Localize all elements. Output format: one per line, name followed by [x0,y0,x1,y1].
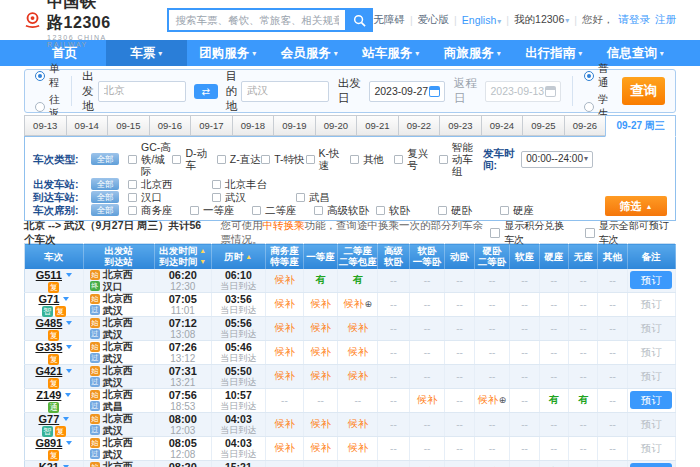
train-row-G335: G335复始北京西过武汉07:2613:1205:46当日到达候补候补候补---… [25,340,676,364]
nav-item-会员服务[interactable]: 会员服务▾ [269,40,351,66]
expand-caret-icon[interactable] [63,297,69,301]
select-all-button[interactable]: 全部 [91,204,119,216]
date-tab-09-24[interactable]: 09-24 [481,115,524,136]
book-button[interactable]: 预订 [630,391,672,409]
train-number-link[interactable]: G485 [35,317,62,329]
display-checkbox-显示积分兑换车次[interactable]: 显示积分兑换车次 [490,219,573,247]
depart-time-select[interactable]: 00:00--24:00▾ [521,151,593,168]
filter-checkbox-软卧[interactable]: 软卧 [376,204,438,216]
header-text: 硬座 [544,251,563,262]
date-tab-09-18[interactable]: 09-18 [232,115,275,136]
filter-checkbox-K-快速[interactable]: K-快速 [306,147,350,171]
top-link-4[interactable]: 我的12306▾ [514,13,569,27]
return-date-input[interactable]: 2023-09-13 [485,81,561,102]
date-tab-09-17[interactable]: 09-17 [190,115,233,136]
nav-item-出行指南[interactable]: 出行指南▾ [513,40,595,66]
filter-collapse-button[interactable]: 筛选 ▲ [605,196,667,216]
select-all-button[interactable]: 全部 [91,178,119,190]
swap-stations-icon[interactable]: ⇄ [194,84,218,99]
book-button[interactable]: 预订 [630,415,672,433]
book-button[interactable]: 预订 [630,295,672,313]
top-link-3[interactable]: English▾ [462,14,501,26]
date-tab-09-15[interactable]: 09-15 [107,115,150,136]
date-tab-selected[interactable]: 09-27 周三 [605,115,676,137]
filter-checkbox-北京西[interactable]: 北京西 [128,178,212,190]
filter-checkbox-汉口[interactable]: 汉口 [128,191,212,203]
date-tab-09-19[interactable]: 09-19 [273,115,316,136]
expand-caret-icon[interactable] [63,417,69,421]
date-tab-09-14[interactable]: 09-14 [66,115,109,136]
filter-checkbox-其他[interactable]: 其他 [350,153,394,165]
register-link[interactable]: 注册 [655,13,676,27]
date-tab-09-20[interactable]: 09-20 [315,115,358,136]
filter-checkbox-硬座[interactable]: 硬座 [500,204,562,216]
filter-checkbox-GC-高铁/城际[interactable]: GC-高铁/城际 [128,141,172,177]
date-tab-09-23[interactable]: 09-23 [439,115,482,136]
expand-caret-icon[interactable] [66,273,72,277]
date-tab-09-22[interactable]: 09-22 [398,115,441,136]
select-all-button[interactable]: 全部 [91,153,119,165]
nav-item-商旅服务[interactable]: 商旅服务▾ [432,40,514,66]
date-tab-09-25[interactable]: 09-25 [522,115,565,136]
filter-checkbox-商务座[interactable]: 商务座 [128,204,190,216]
filter-checkbox-二等座[interactable]: 二等座 [252,204,314,216]
filter-checkbox-复兴号[interactable]: 复兴号 [394,147,438,171]
book-button[interactable]: 预订 [630,343,672,361]
top-link-1[interactable]: 无障碍 [373,13,405,27]
filter-checkbox-高级软卧[interactable]: 高级软卧 [314,204,376,216]
top-link-2[interactable]: 爱心版 [418,13,450,27]
train-number-link[interactable]: K21 [39,461,59,467]
train-number-link[interactable]: G77 [38,413,59,425]
filter-checkbox-一等座[interactable]: 一等座 [190,204,252,216]
book-button[interactable]: 预订 [630,271,672,289]
seat-cell: -- [510,292,539,316]
select-all-button[interactable]: 全部 [91,191,119,203]
train-number-link[interactable]: G421 [35,365,62,377]
expand-caret-icon[interactable] [65,393,71,397]
filter-checkbox-D-动车[interactable]: D-动车 [172,147,216,171]
filter-checkbox-Z-直达[interactable]: Z-直达 [217,153,261,165]
date-tab-09-13[interactable]: 09-13 [24,115,67,136]
nav-item-车票[interactable]: 车票▾ [106,40,188,66]
date-tab-09-16[interactable]: 09-16 [149,115,192,136]
book-button[interactable]: 预订 [630,463,672,467]
nav-item-站车服务[interactable]: 站车服务▾ [350,40,432,66]
expand-caret-icon[interactable] [66,321,72,325]
query-button[interactable]: 查询 [622,77,665,105]
filter-checkbox-智能动车组[interactable]: 智能动车组 [439,141,483,177]
filter-checkbox-武昌[interactable]: 武昌 [296,191,380,203]
expand-caret-icon[interactable] [66,369,72,373]
login-link[interactable]: 请登录 [619,13,651,27]
to-input[interactable] [241,81,329,102]
train-number-link[interactable]: G335 [35,341,62,353]
train-number-link[interactable]: G891 [35,437,62,449]
filter-checkbox-T-特快[interactable]: T-特快 [261,153,305,165]
filter-checkbox-北京丰台[interactable]: 北京丰台 [212,178,296,190]
calendar-icon[interactable] [545,86,556,97]
book-button[interactable]: 预订 [630,439,672,457]
passenger-type-option-普通[interactable]: 普通 [584,62,609,90]
train-number-link[interactable]: G511 [36,269,62,281]
calendar-icon[interactable] [429,86,440,97]
train-number-link[interactable]: G71 [38,293,59,305]
filter-checkbox-硬卧[interactable]: 硬卧 [438,204,500,216]
column-header-历时[interactable]: 历时▲ [211,244,266,269]
chevron-down-icon: ▾ [660,49,664,58]
depart-date-input[interactable]: 2023-09-27 [369,81,445,102]
nav-item-团购服务[interactable]: 团购服务▾ [187,40,269,66]
display-checkbox-显示全部可预订车次[interactable]: 显示全部可预订车次 [585,219,676,247]
expand-caret-icon[interactable] [66,345,72,349]
filter-checkbox-武汉[interactable]: 武汉 [212,191,296,203]
search-input[interactable] [167,8,345,32]
search-button[interactable] [345,8,373,32]
trip-type-option-单程[interactable]: 单程 [35,62,60,90]
expand-caret-icon[interactable] [66,441,72,445]
book-button[interactable]: 预订 [630,367,672,385]
date-tab-09-26[interactable]: 09-26 [564,115,607,136]
train-number-link[interactable]: Z149 [36,389,61,401]
origin-station-type-icon: 始 [90,270,100,280]
from-input[interactable] [98,81,186,102]
column-header-出发时间[interactable]: 出发时间▲到达时间▼ [154,244,211,269]
book-button[interactable]: 预订 [630,319,672,337]
date-tab-09-21[interactable]: 09-21 [356,115,399,136]
